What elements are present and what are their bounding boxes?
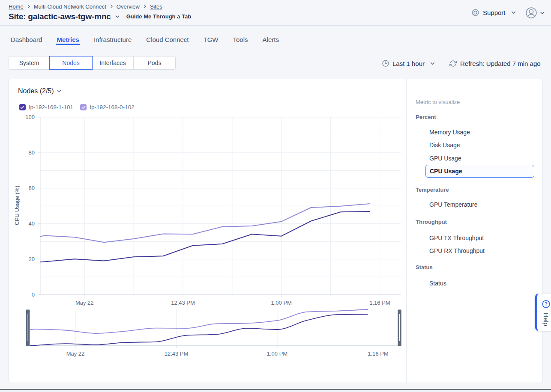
- svg-text:May 22: May 22: [75, 300, 94, 306]
- svg-text:80: 80: [29, 149, 35, 156]
- svg-text:1:00 PM: 1:00 PM: [271, 300, 291, 306]
- svg-text:100: 100: [25, 114, 35, 120]
- svg-text:12:43 PM: 12:43 PM: [171, 300, 195, 306]
- svg-text:20: 20: [29, 256, 35, 262]
- svg-text:?: ?: [545, 301, 548, 306]
- svg-text:12:43 PM: 12:43 PM: [165, 350, 189, 357]
- svg-text:May 22: May 22: [66, 350, 85, 357]
- svg-text:60: 60: [29, 185, 35, 191]
- svg-text:1:16 PM: 1:16 PM: [369, 300, 390, 306]
- svg-text:40: 40: [29, 220, 35, 227]
- svg-text:1:00 PM: 1:00 PM: [267, 350, 287, 357]
- svg-text:0: 0: [32, 291, 35, 298]
- svg-text:CPU Usage (%): CPU Usage (%): [14, 186, 20, 225]
- svg-text:1:16 PM: 1:16 PM: [368, 350, 388, 357]
